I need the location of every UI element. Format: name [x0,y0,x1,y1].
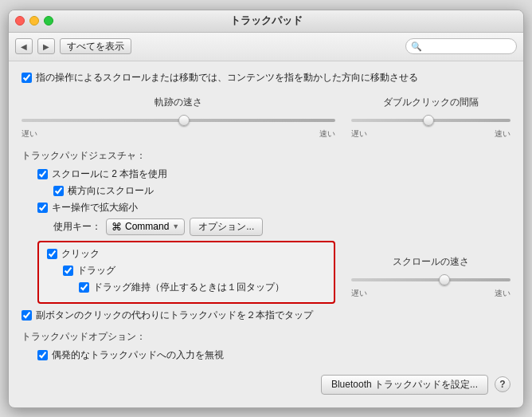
search-box: 🔍 [405,38,517,54]
drag-lock-label: ドラッグ維持（停止するときは１回タップ） [93,281,284,294]
double-click-section: ダブルクリックの間隔 遅い 速い [351,96,510,198]
tracking-speed-section: 軌跡の速さ 遅い 速い [22,96,335,140]
content: 指の操作によるスクロールまたは移動では、コンテンツを指を動かした方向に移動させる… [9,61,523,407]
secondary-click-label: 副ボタンのクリックの代わりにトラックパッドを２本指でタップ [36,309,313,322]
scroll-direction-row: 指の操作によるスクロールまたは移動では、コンテンツを指を動かした方向に移動させる [22,71,510,85]
scroll-speed-fast-label: 速い [495,288,510,299]
drag-label: ドラッグ [77,264,115,277]
double-click-labels: 遅い 速い [351,128,510,140]
show-all-button[interactable]: すべてを表示 [60,38,131,54]
tracking-speed-line [22,119,335,122]
window: トラックパッド ◀ ▶ すべてを表示 🔍 指の操作によるスクロールまたは移動では… [8,10,524,408]
scroll-two-finger-label: スクロールに 2 本指を使用 [52,167,167,181]
command-symbol: ⌘ [111,221,122,233]
back-button[interactable]: ◀ [15,38,33,54]
double-click-slow-label: 遅い [351,128,367,140]
scroll-speed-slow-label: 遅い [351,288,367,299]
click-label: クリック [61,247,100,261]
scroll-two-finger-row: スクロールに 2 本指を使用 [37,167,335,181]
bluetooth-button[interactable]: Bluetooth トラックパッドを設定... [321,375,488,395]
key-select-dropdown[interactable]: ⌘ Command ▼ [106,218,185,235]
scroll-two-finger-checkbox[interactable] [37,169,48,179]
tracking-fast-label: 速い [319,128,335,140]
search-icon: 🔍 [411,41,422,52]
maximize-button[interactable] [44,16,53,26]
bottom-buttons: Bluetooth トラックパッドを設定... ? [22,375,510,395]
main-layout: 軌跡の速さ 遅い 速い トラックパッドジェスチャ： [22,96,510,365]
window-title: トラックパッド [230,14,303,28]
options-button[interactable]: オプション... [190,218,263,236]
ignore-input-label: 偶発的なトラックパッドへの入力を無視 [52,348,224,362]
scroll-speed-label: スクロールの速さ [351,255,510,269]
tracking-speed-label: 軌跡の速さ [22,96,335,109]
horizontal-scroll-checkbox[interactable] [53,186,64,196]
drag-lock-row: ドラッグ維持（停止するときは１回タップ） [79,281,326,294]
gestures-section: トラックパッドジェスチャ： スクロールに 2 本指を使用 横方向にスクロール [22,149,335,322]
options-section: トラックパッドオプション： 偶発的なトラックパッドへの入力を無視 [22,330,335,362]
tracking-speed-labels: 遅い 速い [22,128,335,140]
search-input[interactable] [425,41,511,52]
click-row: クリック [47,247,326,261]
left-column: 軌跡の速さ 遅い 速い トラックパッドジェスチャ： [22,96,335,365]
scroll-speed-section: スクロールの速さ 遅い 速い [351,255,510,357]
horizontal-scroll-label: 横方向にスクロール [68,184,154,198]
double-click-label: ダブルクリックの間隔 [351,96,510,109]
key-row: 使用キー： ⌘ Command ▼ オプション... [53,218,335,236]
key-usage-label: 使用キー： [53,220,101,234]
drag-lock-checkbox[interactable] [79,282,89,293]
scroll-direction-checkbox[interactable] [22,73,32,83]
right-column: ダブルクリックの間隔 遅い 速い スクロールの速さ [351,96,510,365]
scroll-direction-label: 指の操作によるスクロールまたは移動では、コンテンツを指を動かした方向に移動させる [36,71,418,85]
forward-button[interactable]: ▶ [37,38,55,54]
gestures-title: トラックパッドジェスチャ： [22,149,335,163]
toolbar: ◀ ▶ すべてを表示 🔍 [9,33,523,61]
click-drag-box: クリック ドラッグ ドラッグ維持（停止するときは１回タップ） [37,241,335,304]
double-click-thumb[interactable] [423,115,434,126]
click-checkbox[interactable] [47,249,57,259]
scroll-speed-thumb[interactable] [439,274,450,285]
tracking-speed-track [22,114,335,127]
traffic-lights [15,16,53,26]
zoom-label: キー操作で拡大縮小 [52,201,138,214]
ignore-input-row: 偶発的なトラックパッドへの入力を無視 [37,348,335,362]
drag-checkbox[interactable] [63,266,73,276]
close-button[interactable] [15,16,25,26]
drag-row: ドラッグ [63,264,326,277]
help-button[interactable]: ? [495,376,510,392]
scroll-speed-labels: 遅い 速い [351,288,510,299]
zoom-checkbox[interactable] [37,203,48,213]
double-click-fast-label: 速い [495,128,510,140]
titlebar: トラックパッド [9,10,523,33]
options-title: トラックパッドオプション： [22,330,335,344]
double-click-track [351,114,510,127]
secondary-click-checkbox[interactable] [22,310,32,321]
tracking-speed-thumb[interactable] [178,115,190,126]
secondary-click-row: 副ボタンのクリックの代わりにトラックパッドを２本指でタップ [22,309,335,322]
command-label: Command [125,221,169,232]
horizontal-scroll-row: 横方向にスクロール [53,184,335,198]
zoom-row: キー操作で拡大縮小 [37,201,335,214]
ignore-input-checkbox[interactable] [37,350,48,360]
double-click-line [351,119,510,122]
zoom-section: キー操作で拡大縮小 使用キー： ⌘ Command ▼ オプション... [37,201,335,236]
minimize-button[interactable] [29,16,39,26]
scroll-speed-line [351,278,510,281]
dropdown-arrow-icon: ▼ [172,222,179,230]
tracking-slow-label: 遅い [22,128,37,140]
scroll-speed-track [351,273,510,286]
